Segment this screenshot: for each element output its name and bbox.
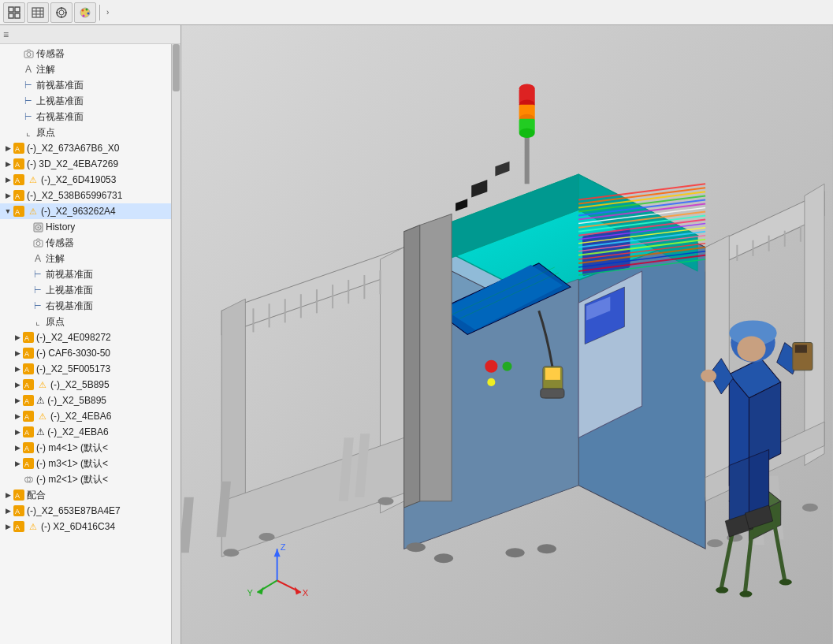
tree-item-sub7[interactable]: ▶ A ⚠ (-)_X2_4EBA6 <box>0 424 171 440</box>
tree-item-sub6[interactable]: ▶ A ⚠ (-)_X2_4EBA6 <box>0 408 171 424</box>
svg-text:A: A <box>15 192 20 200</box>
expand-asm6[interactable]: ▶ <box>3 490 13 500</box>
tree-item-sub3[interactable]: ▶ A (-)_X2_5F005173 <box>0 361 171 377</box>
tree-label-sub7: ⚠ (-)_X2_4EBA6 <box>36 426 109 437</box>
tree-item-mating[interactable]: (-) m2<1> (默认< <box>0 471 171 487</box>
warning-icon-sub6: ⚠ <box>36 410 49 423</box>
scrollbar-thumb[interactable] <box>173 44 180 91</box>
tree-label-anno1: 注解 <box>36 63 55 76</box>
assembly-icon-3: A <box>13 173 25 186</box>
svg-text:Y: Y <box>247 588 253 597</box>
expand-asm3[interactable]: ▶ <box>3 175 13 184</box>
svg-text:A: A <box>15 523 20 531</box>
expand-sub6[interactable]: ▶ <box>13 411 22 421</box>
expand-asm2[interactable]: ▶ <box>3 159 13 169</box>
tree-label-right1: 右视基准面 <box>36 110 84 124</box>
tree-item-asm8[interactable]: ▶ A ⚠ (-) X2_6D416C34 <box>0 519 171 534</box>
svg-point-101 <box>537 544 556 553</box>
tree-label-sub2: (-) CAF6-3030-50 <box>36 348 110 359</box>
tree-item-sub5[interactable]: ▶ A ⚠ (-)_X2_5B895 <box>0 393 171 408</box>
tree-item-asm7[interactable]: ▶ A (-)_X2_653E87BA4E7 <box>0 503 171 519</box>
expand-sub1[interactable]: ▶ <box>13 333 22 342</box>
tree-item-sub9[interactable]: ▶ A (-) m3<1> (默认< <box>0 456 171 471</box>
svg-rect-144 <box>795 345 807 353</box>
svg-text:A: A <box>15 161 20 169</box>
expand-asm1[interactable]: ▶ <box>3 143 13 153</box>
warning-icon-3: ⚠ <box>27 173 39 186</box>
tree-item-sub1[interactable]: ▶ A (-)_X2_4E098272 <box>0 329 171 345</box>
grid-button[interactable] <box>3 2 25 23</box>
tree-label-front2: 前视基准面 <box>46 268 93 281</box>
tree-item-anno2[interactable]: A 注解 <box>0 251 171 266</box>
table-button[interactable] <box>27 2 49 23</box>
svg-point-16 <box>82 9 84 11</box>
svg-point-19 <box>83 14 85 17</box>
svg-point-132 <box>779 579 792 585</box>
3d-viewport[interactable]: Z X Y <box>181 25 833 644</box>
expand-anno2 <box>22 254 32 263</box>
svg-rect-0 <box>9 7 13 12</box>
tree-item-front1[interactable]: ⊢ 前视基准面 <box>0 77 171 93</box>
tree-item-top1[interactable]: ⊢ 上视基准面 <box>0 93 171 109</box>
expand-asm5[interactable]: ▼ <box>3 207 13 216</box>
toolbar-separator <box>99 5 100 20</box>
tree-item-origin2[interactable]: ⌞ 原点 <box>0 314 171 329</box>
tree-item-right2[interactable]: ⊢ 右视基准面 <box>0 298 171 314</box>
tree-item-anno1[interactable]: A 注解 <box>0 61 171 77</box>
palette-button[interactable] <box>74 2 96 23</box>
tree-item-origin1[interactable]: ⌞ 原点 <box>0 125 171 140</box>
tree-item-sub4[interactable]: ▶ A ⚠ (-)_X2_5B895 <box>0 377 171 393</box>
tree-item-top2[interactable]: ⊢ 上视基准面 <box>0 282 171 298</box>
svg-rect-4 <box>32 8 43 17</box>
tree-scrollbar[interactable] <box>171 44 180 644</box>
tree-label-anno2: 注解 <box>46 252 65 266</box>
target-button[interactable] <box>50 2 73 23</box>
expand-sub9[interactable]: ▶ <box>13 459 22 468</box>
assembly-icon-sub8: A <box>22 441 35 454</box>
svg-point-96 <box>258 533 274 541</box>
tree-item-asm1[interactable]: ▶ A (-)_X2_673A67B6_X0 <box>0 140 171 156</box>
history-icon <box>32 221 44 233</box>
tree-item-asm6[interactable]: ▶ A 配合 <box>0 487 171 503</box>
svg-point-77 <box>487 378 495 386</box>
more-button[interactable]: › <box>103 8 112 17</box>
expand-sub3[interactable]: ▶ <box>13 364 22 374</box>
expand-sub5[interactable]: ▶ <box>13 396 22 405</box>
tree-label-sensor2: 传感器 <box>46 236 74 250</box>
warning-icon-sub4: ⚠ <box>36 378 49 391</box>
tree-item-asm5[interactable]: ▼ A ⚠ (-)_X2_963262A4 <box>0 203 171 219</box>
expand-sub7[interactable]: ▶ <box>13 427 22 437</box>
tree-item-history[interactable]: History <box>0 219 171 235</box>
tree-label-mating: (-) m2<1> (默认< <box>36 473 108 486</box>
tree-item-right1[interactable]: ⊢ 右视基准面 <box>0 109 171 125</box>
svg-point-10 <box>59 10 64 15</box>
tree-label-history: History <box>46 221 75 233</box>
tree-item-asm3[interactable]: ▶ A ⚠ (-)_X2_6D419053 <box>0 172 171 188</box>
tree-item-sub2[interactable]: ▶ A (-) CAF6-3030-50 <box>0 345 171 361</box>
tree-item-asm4[interactable]: ▶ A (-)_X2_538B65996731 <box>0 188 171 203</box>
expand-asm4[interactable]: ▶ <box>3 191 13 200</box>
tree-label-asm5: (-)_X2_963262A4 <box>41 206 116 217</box>
expand-sub8[interactable]: ▶ <box>13 443 22 452</box>
tree-label-asm8: (-) X2_6D416C34 <box>41 521 115 532</box>
expand-sub2[interactable]: ▶ <box>13 348 22 358</box>
tree-item-asm2[interactable]: ▶ A (-) 3D_X2_4EBA7269 <box>0 156 171 172</box>
svg-point-75 <box>485 360 497 373</box>
expand-asm8[interactable]: ▶ <box>3 522 13 531</box>
warning-icon-8: ⚠ <box>27 520 39 533</box>
assembly-icon-sub9: A <box>22 457 35 470</box>
tree-container[interactable]: 传感器 A 注解 ⊢ 前视基准面 ⊢ 上视基准 <box>0 44 171 644</box>
tree-item-front2[interactable]: ⊢ 前视基准面 <box>0 266 171 282</box>
viewport-panel[interactable]: Z X Y <box>181 25 833 644</box>
assembly-icon-sub6: A <box>22 410 35 423</box>
svg-point-76 <box>502 362 511 371</box>
assembly-icon-6: A <box>13 489 25 501</box>
plane-icon-r1: ⊢ <box>22 110 35 123</box>
tree-item-sub8[interactable]: ▶ A (-) m4<1> (默认< <box>0 440 171 456</box>
svg-marker-176 <box>404 225 420 508</box>
expand-sub4[interactable]: ▶ <box>13 380 22 389</box>
expand-asm7[interactable]: ▶ <box>3 506 13 516</box>
tree-item-sensor1[interactable]: 传感器 <box>0 46 171 61</box>
tree-item-sensor2[interactable]: 传感器 <box>0 235 171 251</box>
svg-point-99 <box>434 553 453 563</box>
